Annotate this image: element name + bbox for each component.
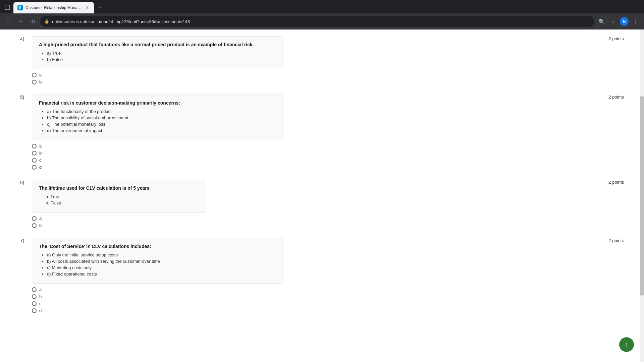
browser-actions: 🔍 ☆ N ⋮ <box>597 17 640 26</box>
question-6-number: 6) <box>20 180 32 185</box>
list-item: c) The potential monetary loss <box>47 122 276 127</box>
radio-option-4a[interactable]: a <box>32 72 624 77</box>
radio-circle <box>32 287 37 292</box>
list-item: b) All costs associated with serving the… <box>47 259 276 264</box>
tab-switcher-button[interactable] <box>3 3 12 12</box>
lock-icon: 🔒 <box>44 19 49 24</box>
back-button[interactable]: ← <box>4 17 13 26</box>
list-item: a) True <box>47 51 276 56</box>
tab-title: Customer Relationship Manage <box>25 5 82 10</box>
radio-option-5c[interactable]: c <box>32 158 624 163</box>
quiz-container: 4) A high-priced product that functions … <box>0 29 644 362</box>
radio-circle <box>32 144 37 148</box>
question-5-number: 5) <box>20 95 32 100</box>
question-7-text: The 'Cost of Service' in CLV calculation… <box>39 244 276 249</box>
radio-circle <box>32 308 37 313</box>
tab-bar: S Customer Relationship Manage ✕ + <box>0 0 644 13</box>
radio-label: b <box>39 79 42 84</box>
radio-option-7d[interactable]: d <box>32 308 624 313</box>
bookmark-button[interactable]: ☆ <box>608 17 618 26</box>
radio-circle <box>32 73 37 77</box>
question-4-number: 4) <box>20 36 32 42</box>
radio-circle <box>32 80 37 84</box>
question-4-text: A high-priced product that functions lik… <box>39 42 276 47</box>
radio-label: d <box>39 165 42 170</box>
list-item: a. True <box>46 194 199 199</box>
radio-circle <box>32 223 37 228</box>
list-item: c) Marketing costs only <box>47 265 276 270</box>
address-bar[interactable]: 🔒 onlinecourses.nptel.ac.in/noc24_mg126/… <box>40 16 594 27</box>
question-4-block: 4) A high-priced product that functions … <box>20 36 624 84</box>
question-6-block: 6) The lifetime used for CLV calculation… <box>20 180 624 228</box>
list-item: b) False <box>47 57 276 62</box>
radio-label: c <box>39 158 42 163</box>
browser-controls: ← → ↻ 🔒 onlinecourses.nptel.ac.in/noc24_… <box>0 13 644 29</box>
radio-label: b <box>39 150 42 156</box>
radio-label: b <box>39 294 42 299</box>
radio-circle <box>32 294 37 299</box>
question-5-text: Financial risk in customer decision-maki… <box>39 100 276 106</box>
list-item: a) The functionality of the product <box>47 109 276 114</box>
forward-button[interactable]: → <box>16 17 25 26</box>
question-5-options: a) The functionality of the product b) T… <box>39 109 276 133</box>
radio-label: a <box>39 72 42 77</box>
radio-label: a <box>39 143 42 148</box>
radio-option-4b[interactable]: b <box>32 79 624 84</box>
radio-option-7a[interactable]: a <box>32 287 624 292</box>
question-4-options: a) True b) False <box>39 51 276 62</box>
question-6-text: The lifetime used for CLV calculation is… <box>39 185 199 191</box>
radio-option-6b[interactable]: b <box>32 223 624 228</box>
browser-window: S Customer Relationship Manage ✕ + ← → ↻… <box>0 0 644 362</box>
question-6-box: The lifetime used for CLV calculation is… <box>32 180 206 213</box>
scrollbar-thumb[interactable] <box>640 96 644 295</box>
question-7-points: 2 points <box>600 238 624 243</box>
question-5-points: 2 points <box>600 95 624 100</box>
scroll-up-button[interactable]: ↑ <box>619 337 634 352</box>
active-tab[interactable]: S Customer Relationship Manage ✕ <box>13 2 94 13</box>
question-7-radio-options: a b c d <box>32 287 624 313</box>
question-5-box: Financial risk in customer decision-maki… <box>32 95 283 140</box>
tab-favicon: S <box>17 5 23 10</box>
list-item: d) Fixed operational costs <box>47 272 276 277</box>
radio-circle <box>32 165 37 170</box>
list-item: b. False <box>46 200 199 205</box>
radio-option-7b[interactable]: b <box>32 294 624 299</box>
question-6-points: 2 points <box>600 180 624 185</box>
search-button[interactable]: 🔍 <box>597 17 606 26</box>
list-item: a) Only the initial service setup costs <box>47 252 276 257</box>
question-4-radio-options: a b <box>32 72 624 84</box>
profile-avatar[interactable]: N <box>620 17 629 26</box>
radio-circle <box>32 151 37 156</box>
menu-button[interactable]: ⋮ <box>631 17 640 26</box>
question-6-radio-options: a b <box>32 216 624 228</box>
radio-option-5b[interactable]: b <box>32 150 624 156</box>
question-7-number: 7) <box>20 238 32 243</box>
question-7-block: 7) The 'Cost of Service' in CLV calculat… <box>20 238 624 313</box>
radio-label: a <box>39 216 42 221</box>
radio-label: a <box>39 287 42 292</box>
radio-label: c <box>39 301 42 306</box>
radio-option-6a[interactable]: a <box>32 216 624 221</box>
new-tab-button[interactable]: + <box>95 3 105 12</box>
reload-button[interactable]: ↻ <box>28 17 38 26</box>
radio-option-7c[interactable]: c <box>32 301 624 306</box>
question-5-block: 5) Financial risk in customer decision-m… <box>20 95 624 170</box>
question-7-box: The 'Cost of Service' in CLV calculation… <box>32 238 283 284</box>
question-7-options: a) Only the initial service setup costs … <box>39 252 276 277</box>
page-content: 4) A high-priced product that functions … <box>0 29 644 362</box>
list-item: b) The possibility of social embarrassme… <box>47 115 276 120</box>
tab-switcher-icon <box>5 5 10 10</box>
question-6-options: a. True b. False <box>39 194 199 205</box>
radio-circle <box>32 301 37 306</box>
radio-circle <box>32 216 37 221</box>
question-5-radio-options: a b c d <box>32 143 624 170</box>
radio-label: d <box>39 308 42 313</box>
question-4-box: A high-priced product that functions lik… <box>32 36 283 69</box>
question-4-points: 2 points <box>600 36 624 41</box>
tab-close-button[interactable]: ✕ <box>85 5 90 10</box>
radio-option-5d[interactable]: d <box>32 165 624 170</box>
url-text: onlinecourses.nptel.ac.in/noc24_mg126/un… <box>52 19 590 24</box>
list-item: d) The environmental impact <box>47 128 276 133</box>
radio-option-5a[interactable]: a <box>32 143 624 148</box>
scrollbar[interactable] <box>640 29 644 362</box>
